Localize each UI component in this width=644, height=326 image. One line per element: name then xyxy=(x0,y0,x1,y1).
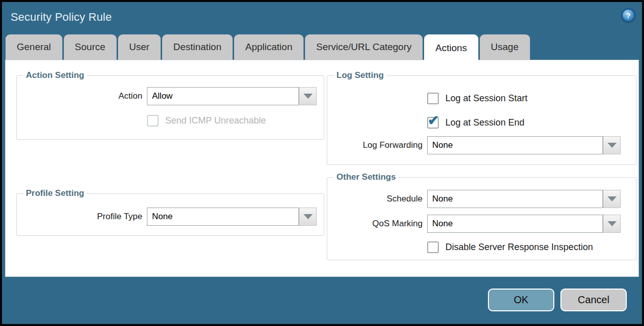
action-dropdown-value[interactable]: Allow xyxy=(147,87,299,105)
help-icon[interactable]: ? xyxy=(621,8,635,22)
security-policy-rule-dialog: Security Policy Rule ? General Source Us… xyxy=(0,0,644,326)
tab-destination[interactable]: Destination xyxy=(162,34,233,60)
schedule-row: Schedule None xyxy=(332,190,631,208)
chevron-down-icon xyxy=(608,143,617,148)
tab-usage[interactable]: Usage xyxy=(480,34,530,60)
schedule-dropdown-value[interactable]: None xyxy=(427,190,603,208)
tab-general[interactable]: General xyxy=(6,34,62,60)
ok-button[interactable]: OK xyxy=(488,289,554,311)
qos-marking-dropdown-value[interactable]: None xyxy=(427,215,603,233)
chevron-down-icon xyxy=(608,221,617,226)
chevron-down-icon xyxy=(608,196,617,201)
log-forwarding-row: Log Forwarding None xyxy=(332,136,631,154)
tab-application[interactable]: Application xyxy=(234,34,304,60)
log-forwarding-dropdown-button[interactable] xyxy=(603,136,621,154)
profile-setting-legend: Profile Setting xyxy=(23,188,87,198)
tab-source[interactable]: Source xyxy=(64,34,117,60)
schedule-dropdown: None xyxy=(427,190,621,208)
chevron-down-icon xyxy=(304,214,313,219)
action-dropdown: Allow xyxy=(147,87,317,105)
profile-type-row: Profile Type None xyxy=(22,208,319,226)
tab-actions[interactable]: Actions xyxy=(424,34,478,61)
other-settings-legend: Other Settings xyxy=(334,172,398,182)
log-forwarding-label: Log Forwarding xyxy=(332,140,423,150)
dsri-label: Disable Server Response Inspection xyxy=(445,242,593,253)
log-setting-legend: Log Setting xyxy=(334,70,386,80)
chevron-down-icon xyxy=(304,94,313,99)
other-settings-group: Other Settings Schedule None QoS Marking… xyxy=(327,172,636,260)
profile-type-dropdown: None xyxy=(147,208,317,226)
action-dropdown-button[interactable] xyxy=(299,87,317,105)
log-forwarding-dropdown-value[interactable]: None xyxy=(427,136,603,154)
log-session-start-checkbox[interactable] xyxy=(427,93,439,104)
dsri-checkbox[interactable] xyxy=(427,241,439,253)
log-forwarding-dropdown: None xyxy=(427,136,621,154)
log-session-end-checkbox[interactable] xyxy=(427,117,439,129)
log-session-end-row: Log at Session End xyxy=(427,117,631,129)
send-icmp-label: Send ICMP Unreachable xyxy=(165,115,266,126)
action-setting-legend: Action Setting xyxy=(23,70,87,80)
dsri-row: Disable Server Response Inspection xyxy=(427,241,631,253)
send-icmp-checkbox xyxy=(147,115,159,127)
profile-type-dropdown-button[interactable] xyxy=(299,208,317,226)
schedule-dropdown-button[interactable] xyxy=(603,190,621,208)
log-setting-group: Log Setting Log at Session Start Log at … xyxy=(327,70,636,165)
action-label: Action xyxy=(22,91,142,101)
send-icmp-row: Send ICMP Unreachable xyxy=(147,115,319,127)
log-session-end-label: Log at Session End xyxy=(445,117,524,128)
log-session-start-row: Log at Session Start xyxy=(427,93,631,104)
tab-content-panel: Action Setting Action Allow Send ICMP Un… xyxy=(5,60,639,277)
qos-marking-dropdown: None xyxy=(427,215,621,233)
qos-marking-label: QoS Marking xyxy=(332,219,423,229)
qos-marking-row: QoS Marking None xyxy=(332,215,631,233)
tab-service-url-category[interactable]: Service/URL Category xyxy=(305,34,423,60)
action-setting-group: Action Setting Action Allow Send ICMP Un… xyxy=(16,70,324,140)
action-row: Action Allow xyxy=(22,87,319,105)
profile-setting-group: Profile Setting Profile Type None xyxy=(16,188,324,236)
profile-type-dropdown-value[interactable]: None xyxy=(147,208,299,226)
dialog-title: Security Policy Rule xyxy=(11,11,112,24)
right-column: Log Setting Log at Session Start Log at … xyxy=(327,70,636,260)
tab-user[interactable]: User xyxy=(118,34,161,60)
schedule-label: Schedule xyxy=(332,194,423,204)
tab-bar: General Source User Destination Applicat… xyxy=(6,34,530,61)
qos-marking-dropdown-button[interactable] xyxy=(603,215,621,233)
cancel-button[interactable]: Cancel xyxy=(560,289,627,311)
log-session-start-label: Log at Session Start xyxy=(445,93,527,104)
profile-type-label: Profile Type xyxy=(22,212,142,222)
left-column: Action Setting Action Allow Send ICMP Un… xyxy=(16,70,324,236)
